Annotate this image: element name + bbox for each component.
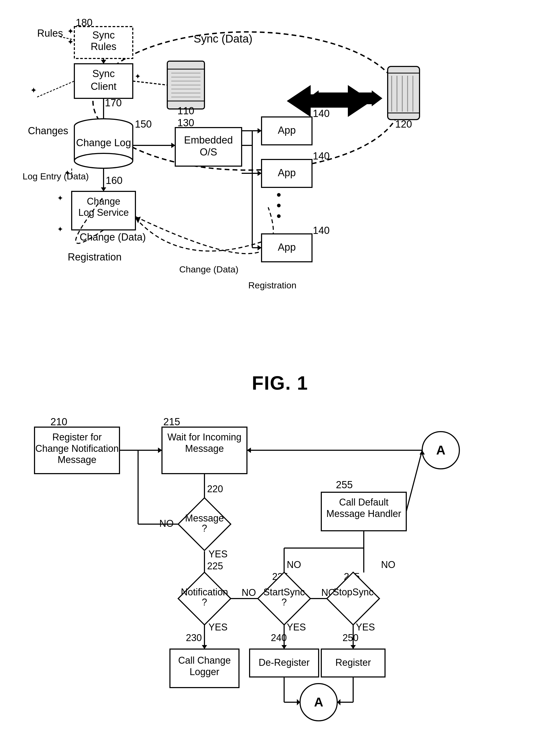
svg-text:NO: NO (287, 559, 301, 570)
svg-text:Changes: Changes (28, 125, 68, 136)
svg-text:NO: NO (381, 559, 395, 570)
svg-text:✦: ✦ (67, 37, 74, 46)
svg-text:130: 130 (177, 117, 194, 128)
svg-text:Call Default: Call Default (339, 497, 388, 508)
svg-text:210: 210 (50, 416, 67, 427)
svg-text:Message: Message (58, 454, 96, 465)
svg-line-31 (37, 81, 74, 97)
svg-text:120: 120 (395, 119, 412, 130)
svg-text:YES: YES (208, 622, 228, 633)
svg-text:Wait for Incoming: Wait for Incoming (168, 432, 242, 443)
svg-marker-125 (158, 448, 162, 453)
svg-text:De-Register: De-Register (258, 657, 310, 668)
svg-text:NO: NO (242, 587, 256, 598)
svg-text:Change Log: Change Log (76, 137, 131, 148)
svg-text:✦: ✦ (57, 194, 63, 202)
svg-text:Register for: Register for (52, 432, 102, 443)
svg-text:Registration: Registration (248, 280, 296, 290)
svg-text:NO: NO (159, 518, 174, 529)
svg-text:Register: Register (336, 657, 371, 668)
svg-text:225: 225 (207, 560, 223, 572)
svg-text:255: 255 (336, 479, 353, 490)
svg-marker-16 (101, 60, 106, 64)
svg-marker-34 (101, 187, 106, 191)
svg-text:150: 150 (135, 119, 152, 130)
svg-rect-162 (327, 572, 379, 625)
svg-text:Change (Data): Change (Data) (80, 231, 146, 242)
svg-text:250: 250 (343, 632, 358, 643)
svg-text:Rules: Rules (91, 41, 116, 52)
svg-text:Call Change: Call Change (178, 655, 231, 666)
svg-text:180: 180 (76, 17, 93, 28)
svg-text:App: App (278, 125, 296, 136)
svg-text:StartSync: StartSync (264, 587, 305, 597)
svg-text:Notification: Notification (181, 587, 228, 597)
svg-text:YES: YES (208, 549, 228, 559)
svg-text:230: 230 (186, 632, 202, 643)
svg-text:Change Notification: Change Notification (35, 443, 119, 454)
svg-line-96 (133, 81, 167, 85)
fig1-diagram: Sync (Data) Sync Client Sync Rules 180 R… (21, 16, 539, 361)
svg-point-27 (74, 153, 133, 168)
svg-text:A: A (436, 443, 446, 457)
svg-text:A: A (314, 695, 323, 709)
fig1-title: FIG. 1 (21, 372, 539, 394)
svg-text:✦: ✦ (135, 72, 141, 80)
svg-text:220: 220 (207, 483, 223, 494)
svg-rect-95 (319, 93, 372, 104)
svg-text:✦: ✦ (57, 225, 63, 233)
page: Sync (Data) Sync Client Sync Rules 180 R… (0, 0, 560, 745)
svg-text:YES: YES (356, 622, 375, 633)
svg-text:Registration: Registration (68, 252, 121, 263)
svg-text:Sync: Sync (93, 68, 115, 79)
svg-text:170: 170 (105, 97, 121, 108)
svg-text:O/S: O/S (200, 147, 217, 158)
svg-text:✦: ✦ (64, 169, 70, 177)
svg-text:Rules: Rules (37, 28, 63, 39)
svg-text:?: ? (202, 523, 207, 534)
svg-text:Message: Message (185, 513, 224, 524)
svg-text:Sync: Sync (93, 30, 115, 41)
svg-text:•: • (276, 208, 281, 224)
svg-rect-84 (388, 66, 420, 120)
svg-text:Message: Message (185, 443, 224, 454)
svg-marker-114 (247, 448, 251, 453)
svg-text:?: ? (202, 597, 207, 608)
svg-marker-182 (297, 699, 300, 705)
svg-marker-154 (281, 645, 287, 649)
svg-marker-72 (257, 245, 261, 250)
svg-marker-168 (350, 645, 356, 649)
svg-text:240: 240 (271, 632, 287, 643)
svg-text:Log Entry (Data): Log Entry (Data) (23, 171, 89, 181)
svg-text:Client: Client (91, 81, 116, 92)
svg-text:140: 140 (313, 225, 329, 236)
svg-text:110: 110 (177, 105, 194, 117)
svg-text:Change (Data): Change (Data) (179, 264, 239, 274)
svg-text:YES: YES (287, 622, 306, 633)
svg-text:140: 140 (313, 151, 329, 162)
fig2-diagram: 210 Register for Change Notification Mes… (21, 410, 539, 745)
svg-line-176 (406, 450, 422, 511)
svg-text:160: 160 (106, 175, 123, 186)
svg-text:App: App (278, 241, 296, 253)
svg-text:Embedded: Embedded (184, 134, 233, 145)
svg-text:140: 140 (313, 108, 329, 119)
svg-marker-57 (257, 128, 261, 133)
svg-text:StopSync: StopSync (333, 587, 374, 597)
svg-text:App: App (278, 167, 296, 179)
svg-marker-185 (337, 699, 340, 705)
svg-text:Logger: Logger (189, 666, 219, 677)
svg-marker-99 (135, 217, 141, 223)
svg-text:?: ? (281, 597, 287, 608)
svg-text:215: 215 (163, 416, 180, 427)
svg-text:Message Handler: Message Handler (326, 508, 401, 519)
svg-marker-62 (257, 171, 261, 176)
svg-text:Change: Change (87, 196, 120, 207)
svg-marker-135 (202, 645, 207, 649)
svg-text:Log Service: Log Service (78, 207, 129, 218)
svg-text:Sync (Data): Sync (Data) (194, 32, 252, 45)
svg-text:✦: ✦ (30, 86, 37, 95)
svg-text:✦: ✦ (67, 27, 74, 36)
svg-marker-94 (372, 90, 382, 106)
svg-marker-52 (171, 143, 175, 148)
